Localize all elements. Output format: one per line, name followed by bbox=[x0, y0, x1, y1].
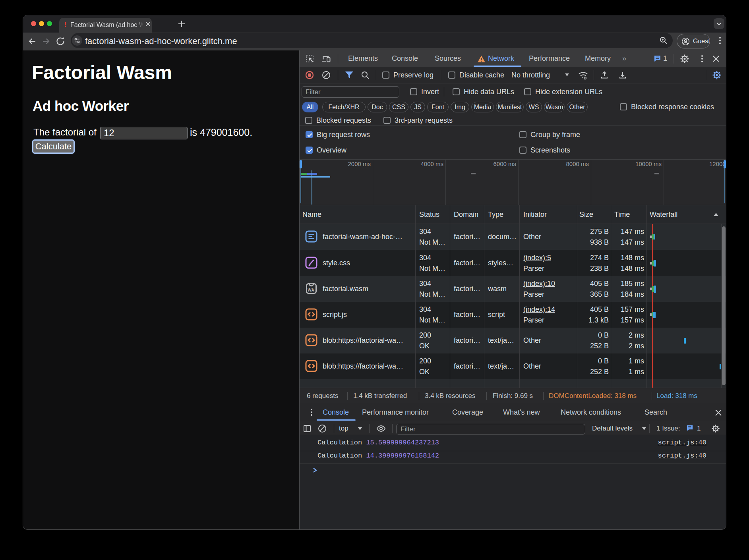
svg-text:WA: WA bbox=[308, 288, 314, 292]
